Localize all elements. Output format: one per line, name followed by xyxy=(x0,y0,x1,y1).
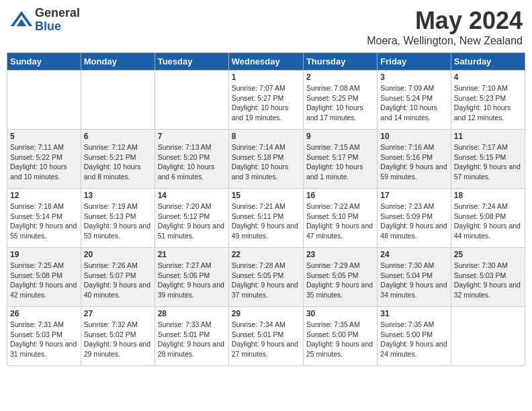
day-info: Sunrise: 7:20 AMSunset: 5:12 PMDaylight:… xyxy=(158,201,226,241)
sunrise-text: Sunrise: 7:21 AM xyxy=(232,201,300,212)
daylight-text: Daylight: 9 hours and 46 minutes. xyxy=(380,221,447,240)
sunset-text: Sunset: 5:23 PM xyxy=(454,93,522,103)
calendar-cell: 14Sunrise: 7:20 AMSunset: 5:12 PMDayligh… xyxy=(154,189,228,248)
daylight-text: Daylight: 10 hours and 14 minutes. xyxy=(380,103,447,122)
day-info: Sunrise: 7:30 AMSunset: 5:03 PMDaylight:… xyxy=(454,261,522,300)
day-number: 14 xyxy=(158,191,226,200)
calendar-cell: 26Sunrise: 7:31 AMSunset: 5:03 PMDayligh… xyxy=(7,307,81,366)
weekday-header: Thursday xyxy=(303,53,377,71)
calendar-cell: 21Sunrise: 7:27 AMSunset: 5:06 PMDayligh… xyxy=(154,248,228,307)
calendar-cell: 9Sunrise: 7:15 AMSunset: 5:17 PMDaylight… xyxy=(303,130,377,189)
logo-general: General xyxy=(35,7,80,20)
day-info: Sunrise: 7:10 AMSunset: 5:23 PMDaylight:… xyxy=(454,83,522,123)
sunset-text: Sunset: 5:08 PM xyxy=(454,212,522,222)
calendar-cell: 30Sunrise: 7:35 AMSunset: 5:00 PMDayligh… xyxy=(303,307,377,366)
daylight-text: Daylight: 9 hours and 34 minutes. xyxy=(380,280,447,300)
daylight-text: Daylight: 9 hours and 53 minutes. xyxy=(84,221,152,240)
calendar-cell: 25Sunrise: 7:30 AMSunset: 5:03 PMDayligh… xyxy=(451,248,525,307)
sunset-text: Sunset: 5:15 PM xyxy=(454,152,522,163)
day-info: Sunrise: 7:34 AMSunset: 5:01 PMDaylight:… xyxy=(232,320,300,359)
calendar-cell: 31Sunrise: 7:35 AMSunset: 5:00 PMDayligh… xyxy=(378,307,451,366)
sunset-text: Sunset: 5:01 PM xyxy=(158,330,226,340)
daylight-text: Daylight: 10 hours and 3 minutes. xyxy=(232,162,300,181)
sunrise-text: Sunrise: 7:24 AM xyxy=(454,201,522,212)
calendar-cell: 18Sunrise: 7:24 AMSunset: 5:08 PMDayligh… xyxy=(451,189,525,248)
sunset-text: Sunset: 5:09 PM xyxy=(380,212,447,222)
sunrise-text: Sunrise: 7:33 AM xyxy=(158,320,226,330)
sunset-text: Sunset: 5:17 PM xyxy=(306,152,374,163)
sunrise-text: Sunrise: 7:31 AM xyxy=(10,320,78,330)
daylight-text: Daylight: 9 hours and 51 minutes. xyxy=(158,221,226,240)
day-number: 3 xyxy=(380,73,447,82)
sunrise-text: Sunrise: 7:30 AM xyxy=(380,261,447,271)
calendar-cell xyxy=(7,71,81,130)
day-number: 5 xyxy=(10,132,78,141)
sunset-text: Sunset: 5:01 PM xyxy=(232,330,300,340)
calendar-week-row: 5Sunrise: 7:11 AMSunset: 5:22 PMDaylight… xyxy=(7,130,525,189)
calendar-cell: 23Sunrise: 7:29 AMSunset: 5:05 PMDayligh… xyxy=(303,248,377,307)
day-info: Sunrise: 7:26 AMSunset: 5:07 PMDaylight:… xyxy=(84,261,152,300)
day-number: 23 xyxy=(306,250,374,259)
sunrise-text: Sunrise: 7:29 AM xyxy=(306,261,374,271)
day-number: 10 xyxy=(380,132,447,141)
daylight-text: Daylight: 10 hours and 17 minutes. xyxy=(306,103,374,122)
sunrise-text: Sunrise: 7:11 AM xyxy=(10,142,78,152)
weekday-header: Saturday xyxy=(451,53,525,71)
calendar-cell: 17Sunrise: 7:23 AMSunset: 5:09 PMDayligh… xyxy=(378,189,451,248)
sunrise-text: Sunrise: 7:23 AM xyxy=(380,201,447,212)
weekday-header: Tuesday xyxy=(154,53,228,71)
day-info: Sunrise: 7:08 AMSunset: 5:25 PMDaylight:… xyxy=(306,83,374,123)
page-header: General Blue May 2024 Moera, Wellington,… xyxy=(7,7,525,47)
sunset-text: Sunset: 5:13 PM xyxy=(84,212,152,222)
calendar-cell: 7Sunrise: 7:13 AMSunset: 5:20 PMDaylight… xyxy=(154,130,228,189)
day-number: 21 xyxy=(158,250,226,259)
day-number: 25 xyxy=(454,250,522,259)
day-info: Sunrise: 7:12 AMSunset: 5:21 PMDaylight:… xyxy=(84,142,152,182)
day-number: 31 xyxy=(380,309,447,318)
sunrise-text: Sunrise: 7:17 AM xyxy=(454,142,522,152)
day-info: Sunrise: 7:13 AMSunset: 5:20 PMDaylight:… xyxy=(158,142,226,182)
daylight-text: Daylight: 9 hours and 35 minutes. xyxy=(306,280,374,300)
logo-blue: Blue xyxy=(35,20,80,34)
calendar-cell: 24Sunrise: 7:30 AMSunset: 5:04 PMDayligh… xyxy=(378,248,451,307)
calendar-table: SundayMondayTuesdayWednesdayThursdayFrid… xyxy=(7,52,525,366)
sunrise-text: Sunrise: 7:13 AM xyxy=(158,142,226,152)
calendar-cell: 8Sunrise: 7:14 AMSunset: 5:18 PMDaylight… xyxy=(228,130,303,189)
day-info: Sunrise: 7:07 AMSunset: 5:27 PMDaylight:… xyxy=(232,83,300,123)
day-info: Sunrise: 7:18 AMSunset: 5:14 PMDaylight:… xyxy=(10,201,78,241)
day-number: 18 xyxy=(454,191,522,200)
sunrise-text: Sunrise: 7:19 AM xyxy=(84,201,152,212)
day-info: Sunrise: 7:15 AMSunset: 5:17 PMDaylight:… xyxy=(306,142,374,182)
weekday-header: Friday xyxy=(378,53,451,71)
day-info: Sunrise: 7:16 AMSunset: 5:16 PMDaylight:… xyxy=(380,142,447,182)
sunrise-text: Sunrise: 7:35 AM xyxy=(306,320,374,330)
calendar-cell: 15Sunrise: 7:21 AMSunset: 5:11 PMDayligh… xyxy=(228,189,303,248)
sunrise-text: Sunrise: 7:12 AM xyxy=(84,142,152,152)
calendar-cell: 13Sunrise: 7:19 AMSunset: 5:13 PMDayligh… xyxy=(81,189,154,248)
sunset-text: Sunset: 5:07 PM xyxy=(84,271,152,281)
day-number: 17 xyxy=(380,191,447,200)
sunset-text: Sunset: 5:22 PM xyxy=(10,152,78,163)
sunrise-text: Sunrise: 7:18 AM xyxy=(10,201,78,212)
day-info: Sunrise: 7:23 AMSunset: 5:09 PMDaylight:… xyxy=(380,201,447,241)
sunset-text: Sunset: 5:14 PM xyxy=(10,212,78,222)
weekday-header-row: SundayMondayTuesdayWednesdayThursdayFrid… xyxy=(7,53,525,71)
day-number: 20 xyxy=(84,250,152,259)
sunset-text: Sunset: 5:12 PM xyxy=(158,212,226,222)
daylight-text: Daylight: 9 hours and 55 minutes. xyxy=(10,221,78,240)
sunset-text: Sunset: 5:08 PM xyxy=(10,271,78,281)
sunrise-text: Sunrise: 7:08 AM xyxy=(306,83,374,93)
daylight-text: Daylight: 9 hours and 47 minutes. xyxy=(306,221,374,240)
day-number: 27 xyxy=(84,309,152,318)
day-info: Sunrise: 7:22 AMSunset: 5:10 PMDaylight:… xyxy=(306,201,374,241)
sunrise-text: Sunrise: 7:16 AM xyxy=(380,142,447,152)
day-info: Sunrise: 7:17 AMSunset: 5:15 PMDaylight:… xyxy=(454,142,522,182)
day-number: 24 xyxy=(380,250,447,259)
day-number: 12 xyxy=(10,191,78,200)
daylight-text: Daylight: 9 hours and 59 minutes. xyxy=(380,162,447,181)
sunset-text: Sunset: 5:18 PM xyxy=(232,152,300,163)
sunrise-text: Sunrise: 7:22 AM xyxy=(306,201,374,212)
day-info: Sunrise: 7:28 AMSunset: 5:05 PMDaylight:… xyxy=(232,261,300,300)
sunset-text: Sunset: 5:24 PM xyxy=(380,93,447,103)
sunrise-text: Sunrise: 7:25 AM xyxy=(10,261,78,271)
